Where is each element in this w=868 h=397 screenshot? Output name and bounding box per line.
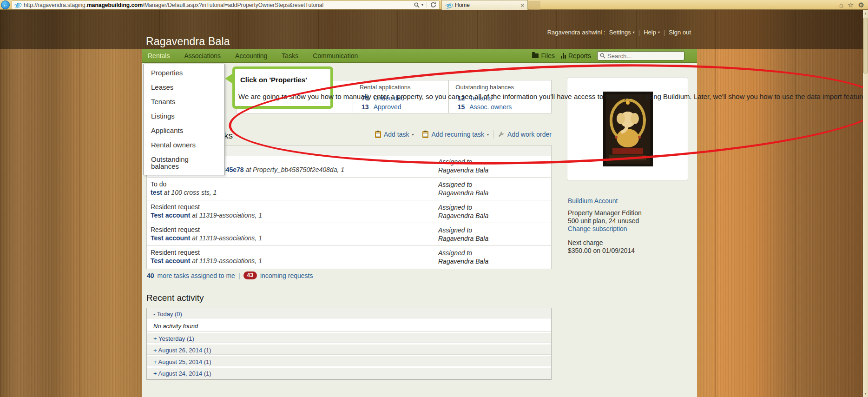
assoc-owners-link[interactable]: Assoc. owners — [469, 103, 512, 112]
task-actions: Add task▾ Add recurring task▾ Add work o… — [375, 130, 552, 139]
task-assignee: Assigned toRagavendra Bala — [438, 248, 547, 266]
chevron-down-icon: ▾ — [633, 30, 635, 34]
url-text: http://ragavendra.staging.managebuilding… — [24, 2, 414, 8]
refresh-icon[interactable] — [430, 2, 436, 8]
activity-group-aug25[interactable]: + August 25, 2014 (1) — [147, 356, 551, 368]
divider: | — [638, 29, 640, 36]
menu-item-tenants[interactable]: Tenants — [144, 94, 224, 109]
stats-title: Outstanding balances — [455, 84, 551, 91]
address-bar[interactable]: e http://ragavendra.staging.managebuildi… — [12, 0, 440, 9]
tab-title: Home — [455, 2, 518, 8]
nav-item-tasks[interactable]: Tasks — [282, 52, 298, 60]
activity-empty-message: No activity found — [147, 320, 551, 333]
recent-activity-heading: Recent activity — [146, 293, 204, 303]
assoc-owners-count: 15 — [455, 103, 465, 112]
menu-item-rental-owners[interactable]: Rental owners — [144, 138, 224, 152]
rentals-dropdown: Properties Leases Tenants Listings Appli… — [143, 64, 225, 175]
next-charge-label: Next charge — [568, 239, 684, 247]
task-location: at Property_bb458750f2e408da, 1 — [245, 166, 344, 173]
task-assignee: Assigned toRagavendra Bala — [438, 180, 547, 197]
deity-photo — [603, 92, 653, 166]
activity-group-yesterday[interactable]: + Yesterday (1) — [147, 333, 551, 344]
scrollbar: ▴ ▾ — [863, 10, 868, 397]
chevron-down-icon: ▾ — [487, 132, 489, 137]
more-tasks-count: 40 — [147, 272, 154, 279]
more-tasks-link[interactable]: more tasks assigned to me — [158, 272, 235, 279]
change-subscription-link[interactable]: Change subscription — [568, 225, 684, 232]
menu-item-listings[interactable]: Listings — [144, 109, 224, 123]
new-tab-button[interactable] — [528, 1, 540, 10]
menu-item-outstanding-balances[interactable]: Outstanding balances — [144, 152, 224, 173]
user-name: Ragavendra ashwini : — [547, 29, 605, 36]
wrench-icon — [498, 131, 505, 138]
tooltip-body: We are going to show you how to manually… — [238, 93, 868, 100]
tooltip-arrow-icon — [225, 73, 233, 84]
recent-activity-list: - Today (0) No activity found + Yesterda… — [146, 308, 552, 380]
edition-label: Property Manager Edition — [568, 209, 684, 217]
task-location: at 100 cross sts, 1 — [164, 189, 217, 196]
nav-item-associations[interactable]: Associations — [184, 52, 221, 60]
settings-gear-icon[interactable]: ⚙ — [858, 0, 864, 9]
task-link[interactable]: Test account — [151, 234, 190, 242]
favorites-star-icon[interactable]: ☆ — [848, 0, 854, 9]
back-button[interactable]: ← — [1, 0, 10, 9]
folder-icon — [532, 53, 539, 58]
activity-group-aug26[interactable]: + August 26, 2014 (1) — [147, 344, 551, 356]
task-row: To do test at 100 cross sts, 1 Assigned … — [147, 178, 551, 200]
search-box — [597, 51, 684, 60]
reports-button[interactable]: Reports — [561, 52, 591, 60]
scroll-down-icon[interactable]: ▾ — [864, 390, 866, 397]
main-nav: Rentals Associations Accounting Tasks Co… — [142, 49, 697, 63]
clipboard-icon — [375, 131, 381, 138]
search-icon[interactable] — [414, 2, 420, 8]
search-input[interactable] — [607, 53, 677, 60]
files-button[interactable]: Files — [532, 52, 555, 60]
settings-menu[interactable]: Settings▾ — [609, 29, 635, 36]
menu-item-leases[interactable]: Leases — [144, 80, 224, 94]
nav-item-communication[interactable]: Communication — [313, 52, 358, 60]
site-header: Ragavendra Bala Ragavendra ashwini : Set… — [0, 10, 868, 49]
browser-chrome: ← e http://ragavendra.staging.managebuil… — [0, 0, 868, 10]
divider: | — [238, 272, 240, 279]
task-link[interactable]: Test account — [151, 257, 190, 265]
incoming-requests-link[interactable]: incoming requests — [260, 272, 313, 279]
search-dropdown-caret[interactable]: ▾ — [421, 3, 423, 7]
buildium-account-link[interactable]: Buildium Account — [568, 197, 684, 205]
tab-close-icon[interactable]: × — [520, 2, 524, 8]
home-icon[interactable]: ⌂ — [839, 0, 843, 9]
task-link[interactable]: test — [151, 189, 162, 196]
nav-item-rentals[interactable]: Rentals — [148, 52, 170, 60]
task-assignee: Assigned toRagavendra Bala — [438, 225, 547, 243]
scroll-up-icon[interactable]: ▴ — [864, 10, 866, 17]
incoming-count-badge: 43 — [243, 271, 257, 279]
divider — [418, 130, 418, 139]
nav-item-accounting[interactable]: Accounting — [235, 52, 267, 60]
help-menu[interactable]: Help▾ — [644, 29, 660, 36]
next-charge-value: $350.00 on 01/09/2014 — [568, 247, 684, 255]
add-task-button[interactable]: Add task▾ — [375, 131, 414, 138]
task-location: at 11319-associations, 1 — [192, 234, 262, 242]
user-menu: Ragavendra ashwini : Settings▾ | Help▾ |… — [547, 29, 691, 36]
task-category: Resident request — [151, 225, 438, 234]
sign-out-link[interactable]: Sign out — [669, 29, 691, 36]
task-assignee: Assigned toRagavendra Bala — [438, 157, 547, 174]
ie-icon: e — [445, 2, 452, 9]
task-row: Resident request Test account at 11319-a… — [147, 223, 551, 246]
menu-item-applicants[interactable]: Applicants — [144, 123, 224, 138]
browser-tab[interactable]: e Home × — [441, 0, 528, 10]
task-category: To do — [151, 180, 438, 188]
add-recurring-task-button[interactable]: Add recurring task▾ — [422, 131, 489, 138]
screen: ← e http://ragavendra.staging.managebuil… — [0, 0, 868, 397]
activity-group-today[interactable]: - Today (0) — [147, 308, 551, 320]
activity-group-aug24[interactable]: + August 24, 2014 (1) — [147, 368, 551, 379]
add-work-order-button[interactable]: Add work order — [498, 131, 552, 138]
approved-link[interactable]: Approved — [374, 103, 401, 112]
account-info: Buildium Account Property Manager Editio… — [568, 197, 684, 255]
scrollbar-thumb[interactable] — [863, 18, 868, 73]
task-row: Resident request Test account at 11319-a… — [147, 200, 551, 223]
task-link[interactable]: Test account — [151, 212, 190, 219]
tasks-footer: 40 more tasks assigned to me | 43 incomi… — [147, 271, 313, 279]
chevron-down-icon: ▾ — [412, 132, 414, 137]
menu-item-properties[interactable]: Properties — [144, 66, 224, 80]
plan-label: 500 unit plan, 24 unused — [568, 217, 684, 225]
